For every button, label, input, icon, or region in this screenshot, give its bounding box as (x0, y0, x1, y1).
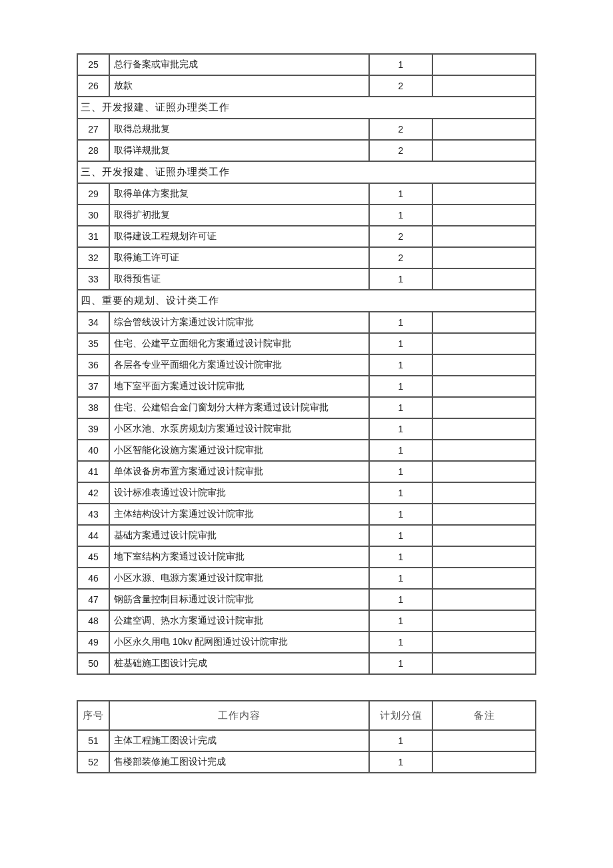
section-row: 三、开发报建、证照办理类工作 (77, 161, 536, 183)
cell-note (432, 546, 536, 568)
table-row: 27取得总规批复2 (77, 119, 536, 140)
cell-value: 1 (369, 333, 432, 354)
cell-value: 1 (369, 54, 432, 75)
table-row: 46小区水源、电源方案通过设计院审批1 (77, 568, 536, 589)
table-row: 43主体结构设计方案通过设计院审批1 (77, 504, 536, 525)
cell-desc: 取得详规批复 (109, 140, 369, 161)
table-row: 26放款2 (77, 75, 536, 97)
table-row: 38住宅、公建铝合金门窗划分大样方案通过设计院审批1 (77, 397, 536, 418)
cell-desc: 主体工程施工图设计完成 (109, 730, 369, 751)
section-title: 四、重要的规划、设计类工作 (77, 290, 536, 312)
cell-index: 47 (77, 589, 109, 610)
cell-desc: 小区智能化设施方案通过设计院审批 (109, 440, 369, 461)
cell-value: 1 (369, 525, 432, 546)
cell-desc: 地下室平面方案通过设计院审批 (109, 376, 369, 397)
cell-note (432, 354, 536, 376)
cell-value: 2 (369, 75, 432, 97)
section-row: 四、重要的规划、设计类工作 (77, 290, 536, 312)
cell-desc: 桩基础施工图设计完成 (109, 653, 369, 674)
cell-desc: 总行备案或审批完成 (109, 54, 369, 75)
cell-index: 37 (77, 376, 109, 397)
cell-value: 2 (369, 140, 432, 161)
cell-note (432, 312, 536, 333)
cell-index: 39 (77, 418, 109, 440)
cell-desc: 住宅、公建铝合金门窗划分大样方案通过设计院审批 (109, 397, 369, 418)
cell-value: 1 (369, 205, 432, 226)
col-header-desc: 工作内容 (109, 701, 369, 730)
table-row: 32取得施工许可证2 (77, 247, 536, 268)
cell-note (432, 751, 536, 773)
cell-index: 32 (77, 247, 109, 268)
cell-index: 35 (77, 333, 109, 354)
cell-desc: 主体结构设计方案通过设计院审批 (109, 504, 369, 525)
cell-desc: 取得施工许可证 (109, 247, 369, 268)
cell-value: 1 (369, 504, 432, 525)
table-row: 45地下室结构方案通过设计院审批1 (77, 546, 536, 568)
cell-value: 1 (369, 397, 432, 418)
cell-index: 43 (77, 504, 109, 525)
cell-note (432, 333, 536, 354)
section-title: 三、开发报建、证照办理类工作 (77, 161, 536, 183)
cell-index: 48 (77, 610, 109, 632)
cell-value: 1 (369, 312, 432, 333)
cell-index: 40 (77, 440, 109, 461)
cell-index: 31 (77, 226, 109, 247)
cell-value: 2 (369, 226, 432, 247)
cell-index: 41 (77, 461, 109, 482)
cell-note (432, 418, 536, 440)
cell-note (432, 568, 536, 589)
cell-note (432, 226, 536, 247)
table-row: 33取得预售证1 (77, 268, 536, 290)
table-row: 35住宅、公建平立面细化方案通过设计院审批1 (77, 333, 536, 354)
section-row: 三、开发报建、证照办理类工作 (77, 97, 536, 119)
cell-index: 45 (77, 546, 109, 568)
table-row: 37地下室平面方案通过设计院审批1 (77, 376, 536, 397)
cell-note (432, 376, 536, 397)
cell-index: 33 (77, 268, 109, 290)
cell-note (432, 140, 536, 161)
col-header-note: 备注 (432, 701, 536, 730)
cell-value: 2 (369, 119, 432, 140)
table-row: 29取得单体方案批复1 (77, 183, 536, 205)
cell-value: 1 (369, 461, 432, 482)
cell-desc: 售楼部装修施工图设计完成 (109, 751, 369, 773)
table-row: 28取得详规批复2 (77, 140, 536, 161)
cell-index: 38 (77, 397, 109, 418)
cell-desc: 单体设备房布置方案通过设计院审批 (109, 461, 369, 482)
cell-index: 36 (77, 354, 109, 376)
cell-index: 27 (77, 119, 109, 140)
table-row: 42设计标准表通过设计院审批1 (77, 482, 536, 504)
cell-desc: 钢筋含量控制目标通过设计院审批 (109, 589, 369, 610)
task-schedule-table-part1: 25总行备案或审批完成126放款2三、开发报建、证照办理类工作27取得总规批复2… (77, 53, 536, 675)
cell-index: 52 (77, 751, 109, 773)
cell-note (432, 75, 536, 97)
cell-value: 1 (369, 376, 432, 397)
table-row: 50桩基础施工图设计完成1 (77, 653, 536, 674)
cell-desc: 地下室结构方案通过设计院审批 (109, 546, 369, 568)
cell-value: 1 (369, 546, 432, 568)
cell-value: 1 (369, 440, 432, 461)
table-row: 49小区永久用电 10kv 配网图通过设计院审批1 (77, 632, 536, 653)
cell-value: 1 (369, 730, 432, 751)
cell-desc: 取得预售证 (109, 268, 369, 290)
cell-note (432, 205, 536, 226)
table-row: 51主体工程施工图设计完成1 (77, 730, 536, 751)
cell-note (432, 247, 536, 268)
cell-desc: 住宅、公建平立面细化方案通过设计院审批 (109, 333, 369, 354)
cell-note (432, 610, 536, 632)
table-row: 31取得建设工程规划许可证2 (77, 226, 536, 247)
col-header-val: 计划分值 (369, 701, 432, 730)
cell-value: 1 (369, 589, 432, 610)
table-row: 41单体设备房布置方案通过设计院审批1 (77, 461, 536, 482)
cell-index: 46 (77, 568, 109, 589)
cell-note (432, 632, 536, 653)
table-row: 36各层各专业平面细化方案通过设计院审批1 (77, 354, 536, 376)
table-row: 39小区水池、水泵房规划方案通过设计院审批1 (77, 418, 536, 440)
cell-desc: 小区水源、电源方案通过设计院审批 (109, 568, 369, 589)
cell-desc: 小区水池、水泵房规划方案通过设计院审批 (109, 418, 369, 440)
cell-note (432, 653, 536, 674)
cell-desc: 综合管线设计方案通过设计院审批 (109, 312, 369, 333)
cell-note (432, 461, 536, 482)
table-row: 47钢筋含量控制目标通过设计院审批1 (77, 589, 536, 610)
table-row: 52售楼部装修施工图设计完成1 (77, 751, 536, 773)
